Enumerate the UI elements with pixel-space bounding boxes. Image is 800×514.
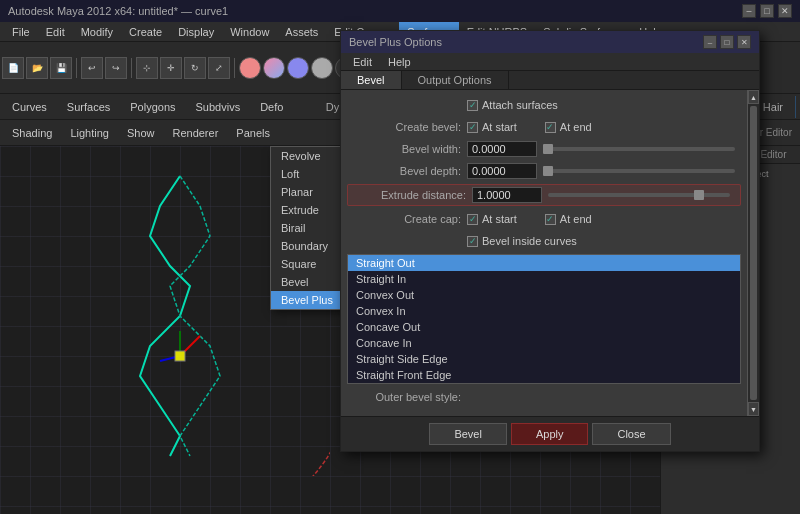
toolbar2-subdivs[interactable]: Subdvivs <box>188 96 249 117</box>
create-bevel-label: Create bevel: <box>347 121 467 133</box>
toolbar-undo[interactable]: ↩ <box>81 57 103 79</box>
dialog-title-text: Bevel Plus Options <box>349 36 442 48</box>
toolbar2-curves[interactable]: Curves <box>4 96 55 117</box>
dialog-scrollbar: ▲ ▼ <box>747 90 759 416</box>
dialog-menu-help[interactable]: Help <box>380 53 419 70</box>
toolbar-move[interactable]: ✛ <box>160 57 182 79</box>
option-concave-out[interactable]: Concave Out <box>348 319 740 335</box>
dialog-footer: Bevel Apply Close <box>341 416 759 451</box>
menu-edit[interactable]: Edit <box>38 22 73 41</box>
extrude-distance-handle[interactable] <box>694 190 704 200</box>
toolbar-open[interactable]: 📂 <box>26 57 48 79</box>
extrude-distance-label: Extrude distance: <box>352 189 472 201</box>
create-cap-end-label: At end <box>560 213 592 225</box>
menu-display[interactable]: Display <box>170 22 222 41</box>
attach-surfaces-check: Attach surfaces <box>467 99 558 111</box>
title-text: Autodesk Maya 2012 x64: untitled* — curv… <box>8 5 228 17</box>
scrollbar-thumb[interactable] <box>750 106 757 400</box>
view-shading[interactable]: Shading <box>4 120 60 145</box>
menu-file[interactable]: File <box>4 22 38 41</box>
bevel-inside-curves-row: Bevel inside curves <box>347 232 741 250</box>
toolbar-save[interactable]: 💾 <box>50 57 72 79</box>
bevel-depth-handle[interactable] <box>543 166 553 176</box>
dialog-body: Attach surfaces Create bevel: At start A… <box>341 90 759 416</box>
bevel-depth-slider[interactable] <box>543 169 735 173</box>
attach-surfaces-checkbox[interactable] <box>467 100 478 111</box>
create-cap-start-checkbox[interactable] <box>467 214 478 225</box>
menu-assets[interactable]: Assets <box>277 22 326 41</box>
bevel-width-handle[interactable] <box>543 144 553 154</box>
option-straight-out[interactable]: Straight Out <box>348 255 740 271</box>
tab-bevel[interactable]: Bevel <box>341 71 402 89</box>
option-convex-out[interactable]: Convex Out <box>348 287 740 303</box>
create-cap-row: Create cap: At start At end <box>347 210 741 228</box>
bevel-plus-dialog: Bevel Plus Options – □ ✕ Edit Help Bevel… <box>340 30 760 452</box>
option-straight-in[interactable]: Straight In <box>348 271 740 287</box>
create-bevel-start-checkbox[interactable] <box>467 122 478 133</box>
option-straight-side-edge[interactable]: Straight Side Edge <box>348 351 740 367</box>
toolbar-redo[interactable]: ↪ <box>105 57 127 79</box>
toolbar-sep3 <box>234 58 235 78</box>
toolbar-render2[interactable] <box>263 57 285 79</box>
toolbar-render4[interactable] <box>311 57 333 79</box>
bevel-width-slider[interactable] <box>543 147 735 151</box>
dialog-close[interactable]: ✕ <box>737 35 751 49</box>
bevel-inside-curves-checkbox[interactable] <box>467 236 478 247</box>
minimize-button[interactable]: – <box>742 4 756 18</box>
option-concave-in[interactable]: Concave In <box>348 335 740 351</box>
bevel-width-input[interactable] <box>467 141 537 157</box>
create-bevel-end-label: At end <box>560 121 592 133</box>
option-straight-front-edge[interactable]: Straight Front Edge <box>348 367 740 383</box>
dialog-minimize[interactable]: – <box>703 35 717 49</box>
dialog-menu-edit[interactable]: Edit <box>345 53 380 70</box>
toolbar2-defo[interactable]: Defo <box>252 96 291 117</box>
scrollbar-up-button[interactable]: ▲ <box>748 90 759 104</box>
toolbar-render1[interactable] <box>239 57 261 79</box>
extrude-distance-slider[interactable] <box>548 193 730 197</box>
close-button[interactable]: ✕ <box>778 4 792 18</box>
toolbar-sep1 <box>76 58 77 78</box>
create-cap-end-checkbox[interactable] <box>545 214 556 225</box>
create-bevel-row: Create bevel: At start At end <box>347 118 741 136</box>
tab-output-options[interactable]: Output Options <box>402 71 509 89</box>
bevel-button[interactable]: Bevel <box>429 423 507 445</box>
view-lighting[interactable]: Lighting <box>62 120 117 145</box>
outer-bevel-label: Outer bevel style: <box>347 391 467 403</box>
create-bevel-end-checkbox[interactable] <box>545 122 556 133</box>
dialog-maximize[interactable]: □ <box>720 35 734 49</box>
dialog-title-controls: – □ ✕ <box>703 35 751 49</box>
scrollbar-down-button[interactable]: ▼ <box>748 402 759 416</box>
option-convex-in[interactable]: Convex In <box>348 303 740 319</box>
maximize-button[interactable]: □ <box>760 4 774 18</box>
view-show[interactable]: Show <box>119 120 163 145</box>
attach-surfaces-label: Attach surfaces <box>482 99 558 111</box>
view-renderer[interactable]: Renderer <box>164 120 226 145</box>
bevel-depth-input[interactable] <box>467 163 537 179</box>
outer-bevel-row: Outer bevel style: <box>347 388 741 406</box>
create-cap-start-label: At start <box>482 213 517 225</box>
bevel-width-row: Bevel width: <box>347 140 741 158</box>
toolbar-new[interactable]: 📄 <box>2 57 24 79</box>
close-dialog-button[interactable]: Close <box>592 423 670 445</box>
dialog-content: Attach surfaces Create bevel: At start A… <box>341 90 747 416</box>
toolbar-render3[interactable] <box>287 57 309 79</box>
menu-create[interactable]: Create <box>121 22 170 41</box>
create-cap-label: Create cap: <box>347 213 467 225</box>
menu-modify[interactable]: Modify <box>73 22 121 41</box>
bevel-depth-label: Bevel depth: <box>347 165 467 177</box>
dialog-content-area: Attach surfaces Create bevel: At start A… <box>341 90 747 416</box>
toolbar2-polygons[interactable]: Polygons <box>122 96 183 117</box>
view-panels[interactable]: Panels <box>228 120 278 145</box>
toolbar-scale[interactable]: ⤢ <box>208 57 230 79</box>
bevel-width-label: Bevel width: <box>347 143 467 155</box>
style-options-list: Straight Out Straight In Convex Out Conv… <box>347 254 741 384</box>
extrude-distance-input[interactable] <box>472 187 542 203</box>
toolbar2-surfaces[interactable]: Surfaces <box>59 96 118 117</box>
title-controls: – □ ✕ <box>742 4 792 18</box>
toolbar-select[interactable]: ⊹ <box>136 57 158 79</box>
attach-surfaces-row: Attach surfaces <box>347 96 741 114</box>
title-bar: Autodesk Maya 2012 x64: untitled* — curv… <box>0 0 800 22</box>
toolbar-rotate[interactable]: ↻ <box>184 57 206 79</box>
menu-window[interactable]: Window <box>222 22 277 41</box>
apply-button[interactable]: Apply <box>511 423 589 445</box>
